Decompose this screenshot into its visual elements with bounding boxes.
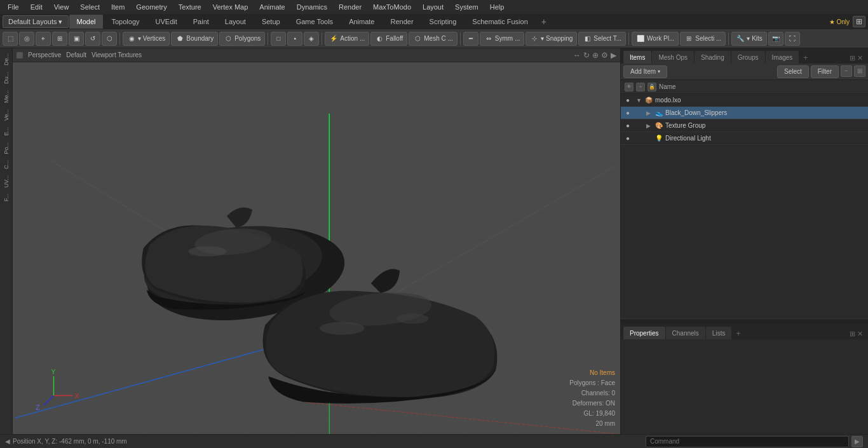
select-tool-btn[interactable]: ◧ Select T... — [578, 32, 626, 46]
tab-game-tools[interactable]: Game Tools — [288, 15, 341, 29]
shield-btn[interactable]: ⬡ — [102, 32, 117, 46]
menu-render[interactable]: Render — [334, 2, 367, 12]
filter-button[interactable]: Filter — [811, 65, 839, 78]
menu-system[interactable]: System — [450, 2, 484, 12]
add-tab-button[interactable]: + — [536, 15, 552, 28]
items-scrollbar[interactable] — [621, 318, 868, 323]
viewport-settings-icon[interactable]: ⚙ — [601, 51, 608, 60]
tab-paint[interactable]: Paint — [186, 15, 217, 29]
sidebar-tab-me[interactable]: Me... — [2, 88, 11, 105]
items-lock-header-icon[interactable]: 🔒 — [648, 83, 656, 92]
item-row-texgroup[interactable]: ● ▶ 🎨 Texture Group — [621, 119, 868, 132]
item-row-light[interactable]: ● 💡 Directional Light — [621, 132, 868, 145]
workplane-btn[interactable]: ⬜ Work Pl... — [632, 32, 679, 46]
item-vis-modo[interactable]: ● — [623, 96, 632, 105]
viewport-perspective[interactable]: Perspective — [28, 51, 61, 58]
item-row-modo[interactable]: ● ▼ 📦 modo.lxo — [621, 94, 868, 107]
select-button[interactable]: Select — [777, 65, 809, 78]
items-add-header-icon[interactable]: + — [636, 83, 645, 92]
sidebar-tab-uv[interactable]: UV... — [2, 173, 11, 190]
viewport-zoom-icon[interactable]: ⊕ — [592, 51, 599, 60]
snapping-btn[interactable]: ⊹ ▾ Snapping — [526, 32, 577, 46]
menu-edit[interactable]: Edit — [25, 2, 48, 12]
selection-set-btn[interactable]: ⊞ Selecti ... — [680, 32, 726, 46]
tab-images[interactable]: Images — [766, 51, 799, 64]
viewport-rotate-icon[interactable]: ↻ — [583, 51, 590, 60]
sidebar-tab-f[interactable]: F... — [2, 191, 11, 204]
command-input[interactable] — [646, 436, 849, 447]
action-btn[interactable]: ⚡ Action ... — [325, 32, 369, 46]
panel-expand-button[interactable]: ⊞ ✕ — [847, 53, 865, 64]
mesh-btn[interactable]: ⬡ Mesh C ... — [409, 32, 458, 46]
viewport-textures[interactable]: Viewport Textures — [92, 51, 142, 58]
tab-schematic-fusion[interactable]: Schematic Fusion — [465, 15, 535, 29]
sidebar-tab-de[interactable]: De... — [2, 51, 11, 68]
menu-animate[interactable]: Animate — [254, 2, 290, 12]
fullscreen-btn[interactable]: ⛶ — [785, 32, 800, 46]
globe-mode-btn[interactable]: ◎ — [19, 32, 34, 46]
menu-help[interactable]: Help — [485, 2, 510, 12]
tab-shading[interactable]: Shading — [695, 51, 731, 64]
prop-expand-button[interactable]: ⊞ ✕ — [847, 329, 865, 339]
tab-topology[interactable]: Topology — [104, 15, 147, 29]
menu-dynamics[interactable]: Dynamics — [292, 2, 332, 12]
camera2d-btn[interactable]: 📷 — [768, 32, 783, 46]
menu-vertex-map[interactable]: Vertex Map — [208, 2, 254, 12]
layout-dropdown[interactable]: Default Layouts ▾ — [3, 15, 69, 28]
tab-mesh-ops[interactable]: Mesh Ops — [652, 51, 694, 64]
viewport-canvas[interactable]: X Y Z No Items Polygons : Face Channels:… — [13, 62, 620, 434]
sidebar-tab-ve[interactable]: Ve... — [2, 107, 11, 123]
rotate-btn[interactable]: ↺ — [85, 32, 100, 46]
menu-texture[interactable]: Texture — [173, 2, 207, 12]
item-row-slippers[interactable]: ● ▶ 👟 Black_Down_Slippers — [621, 107, 868, 119]
mode3-btn[interactable]: ◈ — [304, 32, 319, 46]
kits-btn[interactable]: 🔧 ▾ Kits — [731, 32, 766, 46]
tab-animate[interactable]: Animate — [341, 15, 382, 29]
prop-tab-properties[interactable]: Properties — [623, 327, 665, 339]
boundary-btn[interactable]: ⬟ Boundary — [171, 32, 218, 46]
sidebar-tab-e[interactable]: E... — [2, 125, 11, 139]
tab-uvedit[interactable]: UVEdit — [148, 15, 185, 29]
item-expand-texgroup[interactable]: ▶ — [646, 123, 653, 129]
sidebar-tab-c[interactable]: C... — [2, 158, 11, 172]
prop-tab-channels[interactable]: Channels — [666, 327, 705, 339]
falloff-btn[interactable]: ◐ Falloff — [370, 32, 407, 46]
menu-geometry[interactable]: Geometry — [131, 2, 172, 12]
tab-render[interactable]: Render — [383, 15, 421, 29]
item-vis-texgroup[interactable]: ● — [623, 121, 632, 130]
item-vis-light[interactable]: ● — [623, 134, 632, 143]
add-prop-tab-button[interactable]: + — [732, 328, 744, 339]
sidebar-tab-po[interactable]: Po... — [2, 140, 11, 157]
prop-tab-lists[interactable]: Lists — [706, 327, 732, 339]
rect-btn[interactable]: ▣ — [69, 32, 84, 46]
item-expand-modo[interactable]: ▼ — [636, 97, 642, 104]
items-minus-button[interactable]: − — [841, 65, 852, 77]
menu-file[interactable]: File — [3, 2, 24, 12]
tab-scripting[interactable]: Scripting — [422, 15, 465, 29]
item-expand-slippers[interactable]: ▶ — [646, 110, 653, 116]
tab-setup[interactable]: Setup — [254, 15, 288, 29]
items-expand-button[interactable]: ⊞ — [854, 65, 865, 77]
viewport-play-icon[interactable]: ▶ — [611, 51, 616, 60]
lasso-btn[interactable]: ⌖ — [36, 32, 51, 46]
menu-select[interactable]: Select — [75, 2, 105, 12]
line-btn[interactable]: ━ — [463, 32, 478, 46]
layout-expand-button[interactable]: ⊞ — [853, 16, 865, 27]
viewport-fit-icon[interactable]: ↔ — [573, 51, 581, 60]
select-mode-btn[interactable]: ⬚ — [3, 32, 18, 46]
polygons-btn[interactable]: ⬡ Polygons — [219, 32, 265, 46]
viewport-dot[interactable] — [17, 52, 23, 58]
menu-view[interactable]: View — [49, 2, 74, 12]
items-vis-header-icon[interactable]: 👁 — [625, 83, 634, 92]
bottom-arrow-left[interactable]: ◀ — [5, 438, 10, 445]
symm-btn[interactable]: ⇔ Symm ... — [480, 32, 524, 46]
item-vis-slippers[interactable]: ● — [623, 109, 632, 118]
transform-btn[interactable]: ⊞ — [52, 32, 67, 46]
tab-items[interactable]: Items — [623, 51, 651, 64]
sidebar-tab-du[interactable]: Du... — [2, 69, 11, 86]
tab-layout[interactable]: Layout — [217, 15, 254, 29]
command-run-button[interactable]: ▶ — [851, 436, 863, 447]
viewport-default[interactable]: Default — [66, 51, 86, 58]
menu-layout[interactable]: Layout — [417, 2, 449, 12]
tab-model[interactable]: Model — [69, 15, 104, 29]
